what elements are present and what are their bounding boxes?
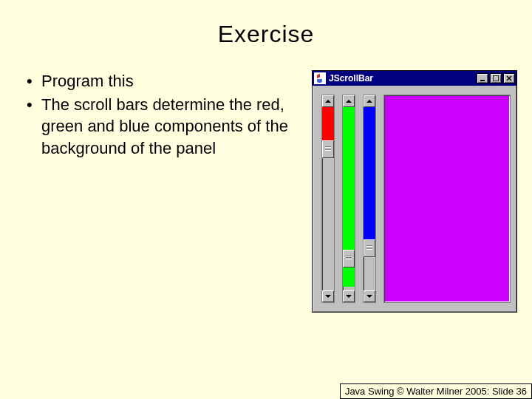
java-icon bbox=[314, 72, 326, 84]
color-panel bbox=[383, 95, 511, 303]
scrollbar-thumb[interactable] bbox=[364, 239, 375, 257]
arrow-down-icon bbox=[346, 295, 352, 298]
scroll-up-button[interactable] bbox=[364, 95, 375, 107]
scroll-down-button[interactable] bbox=[343, 290, 355, 302]
window-titlebar: JScrollBar bbox=[313, 71, 516, 86]
arrow-up-icon bbox=[366, 100, 372, 103]
track-fill bbox=[364, 107, 375, 239]
scrollbar-green[interactable] bbox=[342, 95, 355, 303]
scroll-down-button[interactable] bbox=[364, 290, 375, 302]
scrollbar-thumb[interactable] bbox=[343, 250, 355, 267]
bullet-item: Program this bbox=[22, 70, 297, 92]
arrow-down-icon bbox=[366, 295, 372, 298]
scrollbar-thumb[interactable] bbox=[322, 140, 334, 158]
scrollbar-blue[interactable] bbox=[363, 95, 376, 303]
svg-rect-0 bbox=[480, 80, 485, 81]
scrollbar-track[interactable] bbox=[343, 107, 355, 290]
scrollbar-red[interactable] bbox=[321, 95, 335, 303]
window-body bbox=[313, 86, 516, 312]
scroll-up-button[interactable] bbox=[322, 95, 334, 107]
bullet-list: Program this The scroll bars determine t… bbox=[22, 70, 312, 313]
arrow-down-icon bbox=[325, 295, 331, 298]
scrollbar-track[interactable] bbox=[364, 107, 375, 290]
arrow-up-icon bbox=[325, 100, 331, 103]
slide-content: Program this The scroll bars determine t… bbox=[0, 48, 532, 313]
window-title: JScrollBar bbox=[329, 73, 477, 83]
slide-footer: Java Swing © Walter Milner 2005: Slide 3… bbox=[340, 383, 532, 399]
track-fill bbox=[322, 107, 334, 140]
window-buttons bbox=[477, 73, 515, 83]
maximize-button[interactable] bbox=[490, 73, 502, 83]
scroll-up-button[interactable] bbox=[343, 95, 355, 107]
close-button[interactable] bbox=[503, 73, 515, 83]
bullet-item: The scroll bars determine the red, green… bbox=[22, 94, 297, 160]
minimize-button[interactable] bbox=[477, 73, 488, 83]
svg-rect-1 bbox=[493, 75, 499, 81]
jscrollbar-window: JScrollBar bbox=[312, 70, 517, 313]
slide-title: Exercise bbox=[0, 0, 532, 48]
scroll-down-button[interactable] bbox=[322, 290, 334, 302]
scrollbar-track[interactable] bbox=[322, 107, 334, 290]
arrow-up-icon bbox=[346, 100, 352, 103]
